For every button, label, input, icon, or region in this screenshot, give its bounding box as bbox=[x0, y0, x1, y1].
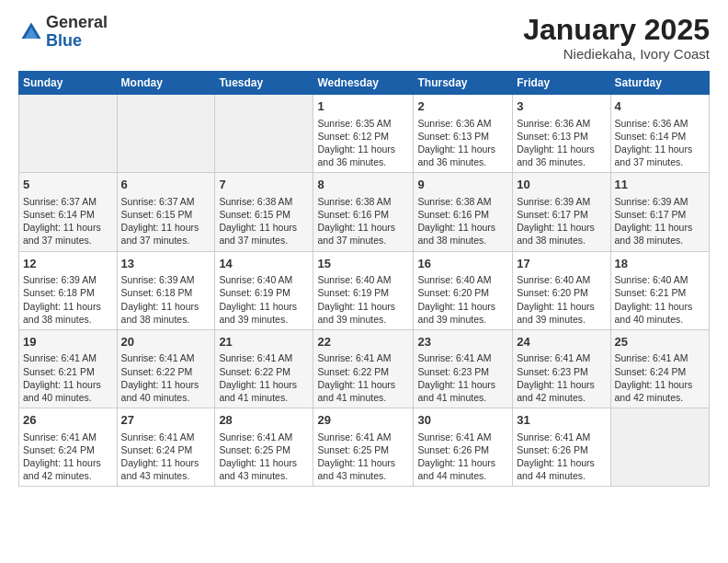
header-sunday: Sunday bbox=[19, 72, 118, 95]
day-info-line: Daylight: 11 hours bbox=[417, 143, 508, 155]
day-info-line: Daylight: 11 hours bbox=[317, 456, 409, 469]
day-info-line: Sunrise: 6:41 AM bbox=[219, 351, 309, 364]
day-cell: 8Sunrise: 6:38 AMSunset: 6:16 PMDaylight… bbox=[313, 173, 414, 251]
day-info-line: Sunset: 6:13 PM bbox=[417, 130, 508, 143]
day-info-line: and 39 minutes. bbox=[219, 313, 309, 326]
day-info-line: Sunset: 6:26 PM bbox=[417, 443, 508, 456]
day-info-line: Sunrise: 6:41 AM bbox=[219, 431, 309, 443]
day-info-line: Sunset: 6:23 PM bbox=[417, 365, 508, 378]
day-number: 3 bbox=[517, 98, 606, 115]
day-number: 25 bbox=[615, 334, 705, 350]
day-info-line: and 39 minutes. bbox=[517, 313, 606, 326]
day-info-line: Sunrise: 6:39 AM bbox=[23, 273, 113, 286]
day-info-line: Sunrise: 6:41 AM bbox=[121, 431, 211, 443]
day-number: 13 bbox=[121, 256, 211, 272]
day-cell bbox=[610, 408, 709, 487]
day-info-line: Sunrise: 6:41 AM bbox=[121, 351, 211, 364]
day-cell: 12Sunrise: 6:39 AMSunset: 6:18 PMDayligh… bbox=[19, 251, 118, 329]
day-cell bbox=[215, 95, 313, 173]
day-info-line: Sunrise: 6:39 AM bbox=[517, 195, 606, 208]
day-info-line: Sunset: 6:20 PM bbox=[517, 286, 606, 299]
day-info-line: Sunset: 6:19 PM bbox=[317, 286, 409, 299]
day-info-line: Sunrise: 6:41 AM bbox=[417, 431, 508, 443]
title-block: January 2025 Niediekaha, Ivory Coast bbox=[523, 14, 710, 62]
day-info-line: Sunrise: 6:40 AM bbox=[317, 273, 409, 286]
day-info-line: Sunrise: 6:40 AM bbox=[615, 273, 705, 286]
day-info-line: and 42 minutes. bbox=[23, 469, 113, 482]
day-cell: 10Sunrise: 6:39 AMSunset: 6:17 PMDayligh… bbox=[513, 173, 610, 251]
day-info-line: Daylight: 11 hours bbox=[615, 300, 705, 313]
day-info-line: Daylight: 11 hours bbox=[23, 221, 113, 234]
day-info-line: Sunrise: 6:38 AM bbox=[219, 195, 309, 208]
header-friday: Friday bbox=[513, 72, 610, 95]
day-cell: 22Sunrise: 6:41 AMSunset: 6:22 PMDayligh… bbox=[313, 329, 414, 408]
day-number: 17 bbox=[517, 256, 606, 272]
day-number: 28 bbox=[219, 412, 309, 429]
day-info-line: Sunset: 6:17 PM bbox=[615, 208, 705, 221]
day-info-line: Daylight: 11 hours bbox=[219, 221, 309, 234]
day-cell: 21Sunrise: 6:41 AMSunset: 6:22 PMDayligh… bbox=[215, 329, 313, 408]
day-info-line: Daylight: 11 hours bbox=[417, 221, 508, 234]
day-cell: 27Sunrise: 6:41 AMSunset: 6:24 PMDayligh… bbox=[117, 408, 215, 487]
header-row: SundayMondayTuesdayWednesdayThursdayFrid… bbox=[19, 72, 710, 95]
day-info-line: Sunrise: 6:37 AM bbox=[121, 195, 211, 208]
day-info-line: Daylight: 11 hours bbox=[615, 378, 705, 391]
day-info-line: Sunset: 6:18 PM bbox=[121, 286, 211, 299]
day-info-line: Daylight: 11 hours bbox=[517, 143, 606, 155]
day-number: 29 bbox=[317, 412, 409, 429]
day-info-line: Daylight: 11 hours bbox=[317, 300, 409, 313]
day-number: 24 bbox=[517, 334, 606, 350]
day-number: 18 bbox=[615, 256, 705, 272]
day-info-line: Sunrise: 6:39 AM bbox=[121, 273, 211, 286]
logo-icon bbox=[18, 19, 44, 45]
day-info-line: Sunrise: 6:39 AM bbox=[615, 195, 705, 208]
day-info-line: and 42 minutes. bbox=[615, 391, 705, 404]
day-cell: 1Sunrise: 6:35 AMSunset: 6:12 PMDaylight… bbox=[313, 95, 414, 173]
day-info-line: Daylight: 11 hours bbox=[23, 456, 113, 469]
header-thursday: Thursday bbox=[414, 72, 513, 95]
day-info-line: Sunrise: 6:36 AM bbox=[417, 117, 508, 130]
day-number: 15 bbox=[317, 256, 409, 272]
day-info-line: Daylight: 11 hours bbox=[121, 378, 211, 391]
day-cell: 5Sunrise: 6:37 AMSunset: 6:14 PMDaylight… bbox=[19, 173, 118, 251]
day-info-line: Daylight: 11 hours bbox=[615, 221, 705, 234]
day-cell: 11Sunrise: 6:39 AMSunset: 6:17 PMDayligh… bbox=[610, 173, 709, 251]
day-info-line: and 36 minutes. bbox=[517, 155, 606, 168]
day-info-line: Daylight: 11 hours bbox=[517, 378, 606, 391]
day-number: 4 bbox=[615, 98, 705, 115]
day-number: 2 bbox=[417, 98, 508, 115]
day-info-line: and 38 minutes. bbox=[417, 234, 508, 247]
day-info-line: Sunrise: 6:41 AM bbox=[517, 431, 606, 443]
day-info-line: Sunset: 6:22 PM bbox=[121, 365, 211, 378]
day-cell: 18Sunrise: 6:40 AMSunset: 6:21 PMDayligh… bbox=[610, 251, 709, 329]
day-info-line: Daylight: 11 hours bbox=[317, 378, 409, 391]
day-info-line: and 37 minutes. bbox=[615, 155, 705, 168]
day-info-line: Sunset: 6:24 PM bbox=[615, 365, 705, 378]
day-info-line: Daylight: 11 hours bbox=[121, 300, 211, 313]
day-number: 20 bbox=[121, 334, 211, 350]
day-cell bbox=[117, 95, 215, 173]
day-info-line: and 38 minutes. bbox=[615, 234, 705, 247]
day-info-line: Sunset: 6:24 PM bbox=[23, 443, 113, 456]
day-info-line: Sunrise: 6:38 AM bbox=[317, 195, 409, 208]
day-info-line: Sunset: 6:14 PM bbox=[23, 208, 113, 221]
day-info-line: Sunset: 6:21 PM bbox=[23, 365, 113, 378]
day-cell: 14Sunrise: 6:40 AMSunset: 6:19 PMDayligh… bbox=[215, 251, 313, 329]
day-info-line: and 39 minutes. bbox=[417, 313, 508, 326]
day-info-line: Sunrise: 6:40 AM bbox=[219, 273, 309, 286]
day-info-line: Sunset: 6:22 PM bbox=[219, 365, 309, 378]
day-info-line: and 37 minutes. bbox=[317, 234, 409, 247]
day-info-line: Daylight: 11 hours bbox=[517, 300, 606, 313]
day-cell: 13Sunrise: 6:39 AMSunset: 6:18 PMDayligh… bbox=[117, 251, 215, 329]
day-info-line: Sunrise: 6:36 AM bbox=[517, 117, 606, 130]
day-cell: 26Sunrise: 6:41 AMSunset: 6:24 PMDayligh… bbox=[19, 408, 118, 487]
day-info-line: and 37 minutes. bbox=[219, 234, 309, 247]
day-info-line: Sunset: 6:26 PM bbox=[517, 443, 606, 456]
header-saturday: Saturday bbox=[610, 72, 709, 95]
week-row-3: 19Sunrise: 6:41 AMSunset: 6:21 PMDayligh… bbox=[19, 329, 710, 408]
day-number: 26 bbox=[23, 412, 113, 429]
day-info-line: Sunset: 6:17 PM bbox=[517, 208, 606, 221]
day-info-line: Sunrise: 6:41 AM bbox=[417, 351, 508, 364]
day-info-line: Sunset: 6:13 PM bbox=[517, 130, 606, 143]
day-cell: 28Sunrise: 6:41 AMSunset: 6:25 PMDayligh… bbox=[215, 408, 313, 487]
